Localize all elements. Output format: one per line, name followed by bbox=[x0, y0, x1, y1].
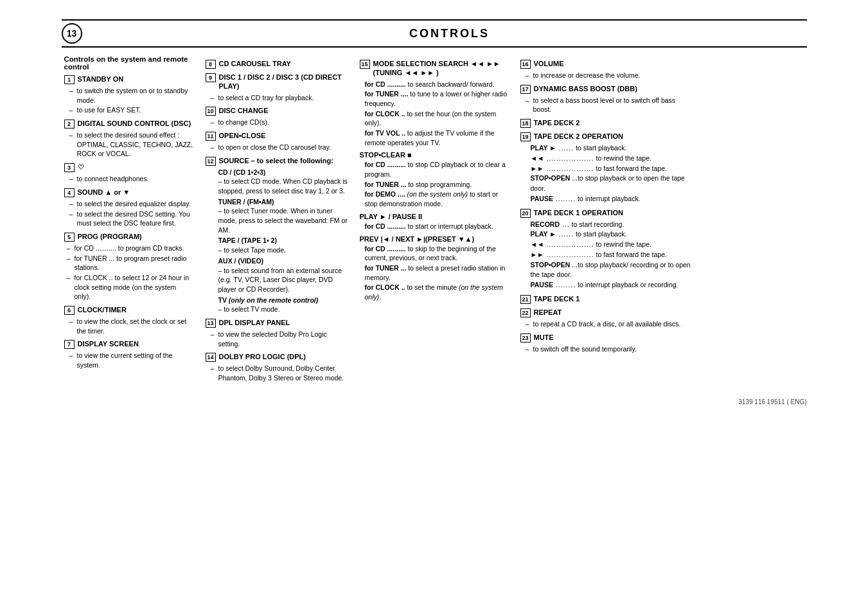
list-item: for CD .......... to stop CD playback or… bbox=[360, 160, 509, 179]
sub-item: TUNER / (FM•AM)– to select Tuner mode. W… bbox=[206, 197, 348, 235]
page: 13 CONTROLS Controls on the system and r… bbox=[49, 13, 820, 412]
item-number: 23 bbox=[520, 333, 531, 342]
col1-items: 1STANDBY ONto switch the system on or to… bbox=[64, 75, 194, 370]
item-number: 1 bbox=[64, 75, 75, 84]
list-item: to select Dolby Surround, Dolby Center P… bbox=[211, 364, 348, 382]
item-label: TAPE DECK 2 bbox=[534, 118, 580, 127]
tape-item: STOP•OPEN ...to stop playback or to open… bbox=[531, 173, 695, 194]
tape-items: RECORD ... to start recording.PLAY ► ...… bbox=[520, 220, 695, 290]
page-number: 13 bbox=[62, 23, 82, 44]
item-number: 9 bbox=[206, 73, 216, 82]
item-label: VOLUME bbox=[534, 59, 564, 68]
item-number: 13 bbox=[206, 319, 216, 328]
item-number: 7 bbox=[64, 340, 75, 349]
tape-item: PAUSE ........ to interrupt playback. bbox=[531, 194, 695, 204]
item-label: SOURCE – to select the following: bbox=[219, 156, 333, 165]
item-number: 10 bbox=[206, 107, 216, 116]
col1-item: 2DIGITAL SOUND CONTROL (DSC)to select th… bbox=[64, 119, 194, 159]
item-number: 21 bbox=[520, 295, 531, 304]
col4-item: 17DYNAMIC BASS BOOST (DBB)to select a ba… bbox=[520, 84, 695, 114]
col1-item: 5PROG (PROGRAM)for CD ........... to pro… bbox=[64, 232, 194, 301]
col4-item: 20TAPE DECK 1 OPERATIONRECORD ... to sta… bbox=[520, 208, 695, 290]
item-number: 16 bbox=[520, 60, 531, 69]
item-number: 18 bbox=[520, 119, 531, 128]
col2-item: 14DOLBY PRO LOGIC (DPL)to select Dolby S… bbox=[206, 352, 348, 382]
list-item: for TUNER ... to stop programming. bbox=[360, 180, 509, 190]
list-item: to change CD(s). bbox=[211, 118, 348, 127]
item-label: DISC CHANGE bbox=[219, 106, 269, 115]
col4-item: 16VOLUMEto increase or decrease the volu… bbox=[520, 59, 695, 80]
col1-item: 6CLOCK/TIMERto view the clock, set the c… bbox=[64, 305, 194, 335]
list-item: to select the desired equalizer display. bbox=[69, 199, 194, 209]
item-label: CLOCK/TIMER bbox=[78, 305, 127, 314]
tape-item: RECORD ... to start recording. bbox=[531, 220, 695, 230]
item-label: MUTE bbox=[534, 333, 554, 342]
item-label: DYNAMIC BASS BOOST (DBB) bbox=[534, 84, 637, 93]
col4-item: 22REPEATto repeat a CD track, a disc, or… bbox=[520, 308, 695, 329]
item-label: OPEN•CLOSE bbox=[219, 131, 266, 140]
sub-section-label: PLAY ► / PAUSE II bbox=[360, 213, 509, 220]
tape-item: ◄◄ ................... to rewind the tap… bbox=[531, 154, 695, 164]
col1-item: 3♡to connect headphones. bbox=[64, 163, 194, 184]
col2-item: 9DISC 1 / DISC 2 / DISC 3 (CD DIRECT PLA… bbox=[206, 73, 348, 102]
item-number: 22 bbox=[520, 308, 531, 317]
tape-item: STOP•OPEN ...to stop playback/ recording… bbox=[531, 260, 695, 281]
item-label: CD CAROUSEL TRAY bbox=[219, 59, 291, 68]
sub-item: CD / (CD 1•2•3)– to select CD mode. When… bbox=[206, 168, 348, 196]
item-label: STANDBY ON bbox=[78, 75, 124, 84]
col4-item: 19TAPE DECK 2 OPERATIONPLAY ► ...... to … bbox=[520, 132, 695, 204]
column-4: 16VOLUMEto increase or decrease the volu… bbox=[518, 55, 698, 386]
column-1: Controls on the system and remote contro… bbox=[62, 55, 197, 386]
tape-item: ►► ................... to fast forward t… bbox=[531, 250, 695, 260]
list-item: for CD .......... to start or interrupt … bbox=[360, 222, 509, 231]
sub-section: PREV |◄ / NEXT ►|(PRESET ▼▲)for CD .....… bbox=[360, 235, 509, 302]
tape-items: PLAY ► ...... to start playback.◄◄ .....… bbox=[520, 143, 695, 204]
list-item: for TUNER .... to tune to a lower or hig… bbox=[360, 89, 509, 108]
list-item: for CD .......... to skip to the beginni… bbox=[360, 244, 509, 263]
list-item: to increase or decrease the volume. bbox=[526, 71, 695, 80]
col1-item: 1STANDBY ONto switch the system on or to… bbox=[64, 75, 194, 115]
list-item: to view the current setting of the syste… bbox=[69, 351, 194, 369]
item-label: ♡ bbox=[78, 163, 84, 172]
col1-title: Controls on the system and remote contro… bbox=[64, 55, 194, 71]
item-number: 14 bbox=[206, 353, 216, 362]
col2-item: 10DISC CHANGEto change CD(s). bbox=[206, 106, 348, 127]
header: 13 CONTROLS bbox=[62, 19, 807, 48]
item-label: REPEAT bbox=[534, 308, 562, 317]
list-item: to connect headphones. bbox=[69, 174, 194, 184]
item-number: 5 bbox=[64, 233, 75, 242]
item-number: 4 bbox=[64, 188, 75, 197]
footer: 3139 116 19511 ( ENG) bbox=[62, 398, 807, 405]
item-label: SOUND ▲ or ▼ bbox=[78, 188, 130, 197]
list-item: to use for EASY SET. bbox=[69, 105, 194, 115]
col1-item: 4SOUND ▲ or ▼to select the desired equal… bbox=[64, 188, 194, 228]
tape-item: PLAY ► ...... to start playback. bbox=[531, 143, 695, 154]
item-label: TAPE DECK 1 OPERATION bbox=[534, 208, 624, 217]
list-item: to select a CD tray for playback. bbox=[211, 93, 348, 103]
item-label: TAPE DECK 1 bbox=[534, 294, 580, 303]
page-title: CONTROLS bbox=[93, 27, 807, 40]
col4-item: 23MUTEto switch off the sound temporaril… bbox=[520, 333, 695, 354]
list-item: to view the clock, set the clock or set … bbox=[69, 317, 194, 335]
list-item: for CLOCK .. to select 12 or 24 hour in … bbox=[67, 273, 194, 301]
list-item: for DEMO .... (on the system only) to st… bbox=[360, 190, 509, 208]
list-item: to repeat a CD track, a disc, or all ava… bbox=[526, 319, 695, 329]
sub-item: TV (only on the remote control)– to sele… bbox=[206, 296, 348, 314]
col3-item: 15MODE SELECTION SEARCH ◄◄ ►► (TUNING ◄◄… bbox=[360, 59, 509, 302]
col4-item: 21TAPE DECK 1 bbox=[520, 294, 695, 304]
col2-items: 8CD CAROUSEL TRAY9DISC 1 / DISC 2 / DISC… bbox=[206, 59, 348, 383]
item-number: 3 bbox=[64, 163, 75, 172]
item-label: PROG (PROGRAM) bbox=[78, 232, 142, 241]
sub-item: TAPE / (TAPE 1• 2)– to select Tape mode. bbox=[206, 236, 348, 254]
col1-item: 7DISPLAY SCREENto view the current setti… bbox=[64, 339, 194, 369]
col2-item: 13DPL DISPLAY PANELto view the selected … bbox=[206, 318, 348, 348]
item-number: 19 bbox=[520, 132, 531, 141]
list-item: to open or close the CD carousel tray. bbox=[211, 143, 348, 152]
list-item: to select a bass boost level or to switc… bbox=[526, 96, 695, 114]
sub-section-label: STOP•CLEAR ■ bbox=[360, 151, 509, 159]
item-label: DPL DISPLAY PANEL bbox=[219, 318, 290, 327]
tape-item: ►► ................... to fast forward t… bbox=[531, 164, 695, 174]
column-3: 15MODE SELECTION SEARCH ◄◄ ►► (TUNING ◄◄… bbox=[357, 55, 511, 386]
item-label: DOLBY PRO LOGIC (DPL) bbox=[219, 352, 306, 361]
sub-section: STOP•CLEAR ■for CD .......... to stop CD… bbox=[360, 151, 509, 208]
